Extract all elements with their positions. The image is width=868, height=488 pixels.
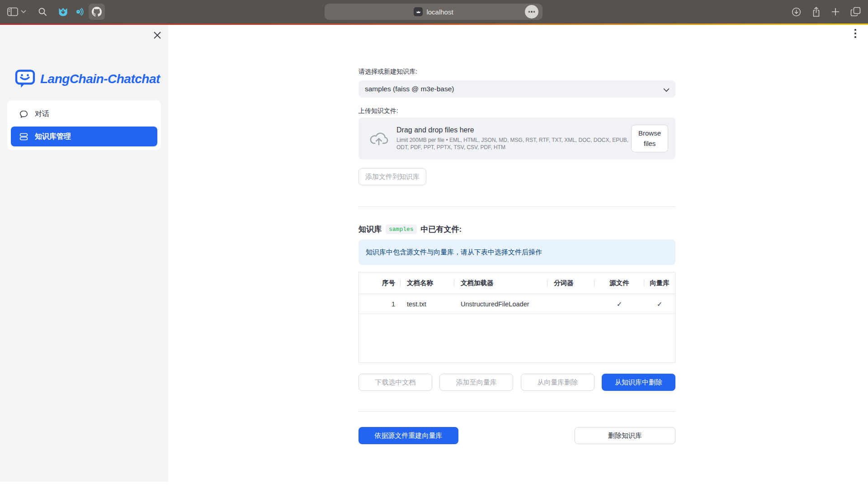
kb-files-heading: 知识库 samples 中已有文件: xyxy=(359,224,462,235)
cell-sourcefile-check: ✓ xyxy=(594,294,644,314)
tabs-overview-icon[interactable] xyxy=(850,7,861,17)
page-settings-icon[interactable] xyxy=(525,5,538,19)
chevron-down-icon xyxy=(663,86,670,94)
heading-suffix: 中已有文件: xyxy=(421,224,462,235)
col-header-docname: 文档名称 xyxy=(401,272,454,294)
url-text: localhost xyxy=(426,8,453,16)
extension-cat-icon[interactable] xyxy=(58,7,68,17)
add-to-vectorstore-button[interactable]: 添加至向量库 xyxy=(439,374,513,391)
cell-splitter xyxy=(547,294,594,314)
upload-label: 上传知识文件: xyxy=(359,107,398,115)
cell-index: 1 xyxy=(359,294,401,314)
sidebar-menu: 对话 知识库管理 xyxy=(7,100,161,150)
browse-files-button[interactable]: Browse files xyxy=(631,125,668,152)
col-header-splitter: 分词器 xyxy=(547,272,594,294)
sidebar-item-label: 对话 xyxy=(35,109,49,119)
github-extension-button[interactable] xyxy=(89,4,105,20)
rebuild-vectorstore-button[interactable]: 依据源文件重建向量库 xyxy=(359,427,458,444)
divider xyxy=(359,411,675,412)
file-actions-row: 下载选中文档 添加至向量库 从向量库删除 从知识库中删除 xyxy=(359,374,675,391)
sidebar-item-dialogue[interactable]: 对话 xyxy=(11,104,157,124)
cell-docname: test.txt xyxy=(401,294,454,314)
heading-prefix: 知识库 xyxy=(359,224,382,235)
sidebar-toggle-icon[interactable] xyxy=(7,7,18,16)
info-banner: 知识库中包含源文件与向量库，请从下表中选择文件后操作 xyxy=(359,239,675,265)
sidebar-item-kb-management[interactable]: 知识库管理 xyxy=(11,127,157,146)
download-selected-button[interactable]: 下载选中文档 xyxy=(359,374,432,391)
chat-bubble-icon xyxy=(19,109,28,119)
app-menu-icon[interactable] xyxy=(854,29,856,38)
kb-name-code: samples xyxy=(386,225,417,234)
downloads-icon[interactable] xyxy=(792,7,801,17)
remove-from-vectorstore-button[interactable]: 从向量库删除 xyxy=(521,374,594,391)
col-header-vectorstore: 向量库 xyxy=(644,272,675,294)
col-header-index: 序号 xyxy=(359,272,401,294)
dropzone-hint: Limit 200MB per file • EML, HTML, JSON, … xyxy=(396,137,638,151)
add-files-to-kb-button[interactable]: 添加文件到知识库 xyxy=(359,168,426,185)
file-dropzone[interactable]: Drag and drop files here Limit 200MB per… xyxy=(359,117,675,160)
kb-files-table: 序号 文档名称 文档加载器 分词器 源文件 向量库 1 test.txt Uns… xyxy=(359,272,675,363)
col-header-sourcefile: 源文件 xyxy=(594,272,644,294)
app-sidebar: LangChain-Chatchat 对话 知识库管理 xyxy=(0,25,168,482)
kb-select-dropdown[interactable]: samples (faiss @ m3e-base) xyxy=(359,80,675,98)
dropzone-title: Drag and drop files here xyxy=(396,126,638,134)
new-tab-icon[interactable] xyxy=(831,8,840,16)
logo-chat-bubble-icon xyxy=(15,69,35,89)
app-logo: LangChain-Chatchat xyxy=(15,69,160,89)
col-header-loader: 文档加载器 xyxy=(454,272,547,294)
site-favicon xyxy=(414,7,423,16)
main-content: 请选择或新建知识库: samples (faiss @ m3e-base) 上传… xyxy=(359,25,675,488)
logo-text: LangChain-Chatchat xyxy=(40,72,160,86)
share-icon[interactable] xyxy=(812,7,821,17)
window-bottom-edge xyxy=(0,482,168,488)
address-bar[interactable]: localhost xyxy=(325,4,542,20)
kb-select-value: samples (faiss @ m3e-base) xyxy=(365,85,454,93)
browser-toolbar: localhost xyxy=(0,0,868,23)
delete-from-kb-button[interactable]: 从知识库中删除 xyxy=(602,374,675,391)
delete-kb-button[interactable]: 删除知识库 xyxy=(575,427,675,444)
chevron-down-icon[interactable] xyxy=(21,10,26,14)
extension-circles-icon[interactable] xyxy=(75,7,84,16)
sidebar-close-icon[interactable] xyxy=(152,30,163,41)
search-icon[interactable] xyxy=(38,7,47,16)
database-stack-icon xyxy=(19,132,28,141)
table-header-row: 序号 文档名称 文档加载器 分词器 源文件 向量库 xyxy=(359,272,675,294)
cell-vectorstore-check: ✓ xyxy=(644,294,675,314)
divider xyxy=(359,206,675,207)
cell-loader: UnstructuredFileLoader xyxy=(454,294,547,314)
sidebar-item-label: 知识库管理 xyxy=(35,132,71,141)
info-text: 知识库中包含源文件与向量库，请从下表中选择文件后操作 xyxy=(366,248,542,257)
kb-select-label: 请选择或新建知识库: xyxy=(359,68,417,76)
table-row[interactable]: 1 test.txt UnstructuredFileLoader ✓ ✓ xyxy=(359,294,675,314)
cloud-upload-icon xyxy=(369,131,388,146)
